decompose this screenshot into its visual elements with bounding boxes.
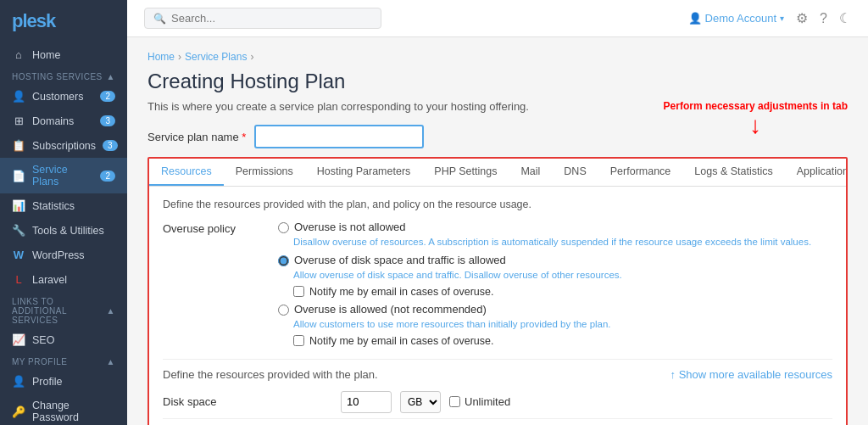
section-footer: Define the resources provided with the p… (163, 359, 832, 386)
help-icon[interactable]: ? (820, 11, 827, 26)
overuse-policy-section: Overuse policy Overuse is not allowed Di… (163, 221, 832, 347)
disk-space-input[interactable] (341, 391, 392, 413)
notify-disk-row: Notify when disk space usage reaches MB … (163, 419, 832, 425)
notify-label-1[interactable]: Notify me by email in cases of overuse. (309, 286, 493, 298)
content-area: Home › Service Plans › Creating Hosting … (127, 37, 868, 425)
sidebar-section-profile: My Profile ▲ (0, 352, 127, 369)
links-collapse-icon[interactable]: ▲ (107, 306, 115, 316)
notify-checkbox-2[interactable] (293, 335, 304, 346)
search-box[interactable]: 🔍 (144, 8, 381, 29)
disk-space-row: Disk space GB MB Unlimited (163, 386, 832, 419)
tab-mail[interactable]: Mail (509, 159, 552, 186)
radio-label-not-allowed[interactable]: Overuse is not allowed (294, 221, 406, 233)
tab-hosting-parameters[interactable]: Hosting Parameters (305, 159, 422, 186)
sidebar-item-home[interactable]: ⌂ Home (0, 42, 127, 67)
radio-label-disk-traffic[interactable]: Overuse of disk space and traffic is all… (294, 254, 506, 266)
sidebar-item-customers[interactable]: 👤 Customers 2 (0, 84, 127, 109)
sidebar-item-subscriptions[interactable]: 📋 Subscriptions 3 (0, 133, 127, 158)
change-password-icon: 🔑 (12, 405, 25, 418)
theme-icon[interactable]: ☾ (839, 10, 851, 26)
annotation-arrow: ↓ (749, 114, 761, 137)
tab-php-settings[interactable]: PHP Settings (422, 159, 509, 186)
radio-desc-disk-traffic: Allow overuse of disk space and traffic.… (293, 269, 811, 282)
sidebar-item-tools[interactable]: 🔧 Tools & Utilities (0, 218, 127, 243)
page-title: Creating Hosting Plan (147, 70, 848, 93)
breadcrumb-sep1: › (178, 51, 181, 63)
tab-performance[interactable]: Performance (598, 159, 683, 186)
notify-checkbox-row-1: Notify me by email in cases of overuse. (293, 286, 811, 298)
left-section: This is where you create a service plan … (147, 100, 529, 148)
notify-checkbox-row-2: Notify me by email in cases of overuse. (293, 335, 811, 347)
show-more-link[interactable]: ↑ Show more available resources (670, 368, 832, 381)
topbar: 🔍 👤 Demo Account ▾ ⚙ ? ☾ (127, 0, 868, 37)
tab-logs-statistics[interactable]: Logs & Statistics (682, 159, 784, 186)
account-chevron: ▾ (780, 14, 784, 23)
page-description: This is where you create a service plan … (147, 100, 529, 113)
service-plan-input[interactable] (254, 125, 424, 148)
domains-icon: ⊞ (12, 115, 25, 127)
subscriptions-badge: 3 (103, 140, 118, 151)
radio-row-disk-traffic: Overuse of disk space and traffic is all… (278, 254, 811, 266)
service-plan-row: Service plan name * (147, 125, 529, 148)
sidebar-item-seo[interactable]: 📈 SEO (0, 327, 127, 352)
radio-row-not-recommended: Overuse is allowed (not recommended) (278, 303, 811, 316)
sidebar-section-links: Links to Additional Services ▲ (0, 292, 127, 327)
annotation-area: This is where you create a service plan … (147, 100, 848, 148)
radio-row-not-allowed: Overuse is not allowed (278, 221, 811, 233)
breadcrumb-service-plans[interactable]: Service Plans (185, 51, 247, 63)
plesk-logo: plesk (12, 10, 55, 32)
overuse-policy-label: Overuse policy (163, 221, 264, 347)
sidebar-item-service-plans[interactable]: 📄 Service Plans 2 (0, 158, 127, 193)
annotation-box: Perform necessary adjustments in tab ↓ (664, 100, 848, 137)
breadcrumb: Home › Service Plans › (147, 51, 848, 63)
sidebar-item-change-password[interactable]: 🔑 Change Password (0, 394, 127, 425)
sidebar-logo: plesk (0, 0, 127, 42)
breadcrumb-home[interactable]: Home (147, 51, 175, 63)
radio-disk-traffic[interactable] (278, 255, 289, 266)
sidebar: plesk ⌂ Home Hosting Services ▲ 👤 Custom… (0, 0, 127, 425)
service-plans-icon: 📄 (12, 170, 25, 182)
home-icon: ⌂ (12, 48, 25, 61)
subscriptions-icon: 📋 (12, 139, 25, 152)
search-icon: 🔍 (153, 13, 166, 25)
required-indicator: * (242, 131, 246, 143)
radio-desc-not-recommended: Allow customers to use more resources th… (293, 318, 811, 331)
notify-checkbox-1[interactable] (293, 286, 304, 297)
tab-applications[interactable]: Applications (785, 159, 846, 186)
profile-collapse-icon[interactable]: ▲ (107, 357, 115, 366)
customers-icon: 👤 (12, 90, 25, 103)
sidebar-item-profile[interactable]: 👤 Profile (0, 369, 127, 394)
tab-content-resources: Define the resources provided with the p… (149, 187, 846, 425)
statistics-icon: 📊 (12, 199, 25, 212)
overuse-option-disk-traffic: Overuse of disk space and traffic is all… (278, 254, 811, 298)
tabs-wrapper: Resources Permissions Hosting Parameters… (147, 157, 848, 425)
laravel-icon: L (12, 273, 25, 286)
demo-account-button[interactable]: 👤 Demo Account ▾ (688, 12, 785, 25)
settings-icon[interactable]: ⚙ (796, 10, 808, 26)
tab-permissions[interactable]: Permissions (224, 159, 305, 186)
tab-resources[interactable]: Resources (149, 159, 224, 186)
radio-not-recommended[interactable] (278, 305, 289, 316)
search-input[interactable] (171, 12, 372, 25)
domains-badge: 3 (100, 115, 115, 126)
sidebar-item-wordpress[interactable]: W WordPress (0, 243, 127, 267)
disk-space-unlimited-cb[interactable] (449, 396, 460, 407)
sidebar-item-laravel[interactable]: L Laravel (0, 267, 127, 292)
collapse-icon[interactable]: ▲ (107, 72, 115, 81)
disk-space-unlimited: Unlimited (449, 395, 510, 408)
radio-desc-not-allowed: Disallow overuse of resources. A subscri… (293, 236, 811, 249)
service-plans-badge: 2 (100, 171, 115, 182)
overuse-option-not-recommended: Overuse is allowed (not recommended) All… (278, 303, 811, 347)
tab-dns[interactable]: DNS (552, 159, 598, 186)
resources-desc: Define the resources provided with the p… (163, 199, 832, 210)
seo-icon: 📈 (12, 333, 25, 346)
notify-label-2[interactable]: Notify me by email in cases of overuse. (309, 335, 493, 347)
sidebar-item-domains[interactable]: ⊞ Domains 3 (0, 109, 127, 133)
customers-badge: 2 (100, 91, 115, 102)
disk-space-label: Disk space (163, 395, 332, 408)
radio-not-allowed[interactable] (278, 222, 289, 233)
sidebar-item-statistics[interactable]: 📊 Statistics (0, 193, 127, 218)
service-plan-label: Service plan name * (147, 131, 246, 143)
disk-space-unit[interactable]: GB MB (400, 391, 441, 413)
radio-label-not-recommended[interactable]: Overuse is allowed (not recommended) (294, 303, 487, 316)
